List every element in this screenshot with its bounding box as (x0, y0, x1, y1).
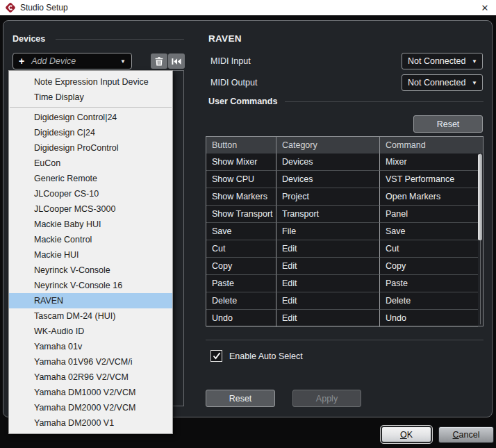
trash-icon (155, 57, 163, 66)
close-icon: ✕ (481, 3, 489, 13)
window-title: Studio Setup (20, 0, 68, 15)
table-cell[interactable]: Cut (380, 240, 478, 258)
table-cell[interactable]: Copy (206, 258, 276, 275)
table-cell[interactable]: Edit (276, 292, 380, 310)
table-cell[interactable]: Show Markers (206, 188, 276, 206)
device-menu-item[interactable]: Mackie Control (9, 232, 172, 247)
table-cell[interactable]: Paste (206, 275, 276, 292)
table-row[interactable]: PasteEditPaste (206, 275, 478, 292)
midi-input-value: Not Connected (408, 56, 465, 66)
user-commands-section-title: User Commands (208, 97, 277, 106)
scrollbar-thumb[interactable] (478, 154, 482, 240)
device-menu-item[interactable]: JLCooper MCS-3000 (9, 201, 172, 217)
table-cell[interactable]: Devices (276, 154, 380, 171)
table-cell[interactable]: Edit (276, 275, 380, 292)
table-cell[interactable]: Save (380, 223, 478, 240)
midi-input-select[interactable]: Not Connected ▼ (402, 53, 483, 69)
device-menu-item[interactable]: Mackie Baby HUI (9, 217, 172, 232)
table-row[interactable]: CopyEditCopy (206, 258, 478, 275)
enable-auto-select-checkbox[interactable] (210, 350, 222, 362)
table-cell[interactable]: Devices (276, 171, 380, 188)
table-header-cell: Category (276, 137, 380, 154)
table-row[interactable]: SaveFileSave (206, 223, 478, 240)
table-cell[interactable]: Edit (276, 240, 380, 258)
device-menu-item[interactable]: WK-Audio ID (9, 324, 172, 339)
table-cell[interactable]: Panel (380, 206, 478, 223)
menu-separator (10, 107, 172, 108)
midi-output-select[interactable]: Not Connected ▼ (402, 74, 483, 91)
table-bottom-divider (206, 340, 483, 340)
table-cell[interactable]: VST Performance (380, 171, 478, 188)
device-menu-item[interactable]: Digidesign C|24 (9, 125, 172, 140)
cubase-app-icon (5, 2, 16, 13)
device-menu-item[interactable]: EuCon (9, 156, 172, 171)
table-cell[interactable]: Undo (380, 310, 478, 327)
devices-section-title: Devices (13, 34, 45, 44)
device-menu-item[interactable]: JLCooper CS-10 (9, 186, 172, 201)
device-menu-item[interactable]: Yamaha DM1000 V2/VCM (9, 385, 172, 400)
table-cell[interactable]: Project (276, 188, 380, 206)
table-row[interactable]: Show MixerDevicesMixer (206, 154, 478, 171)
delete-device-button[interactable] (151, 53, 167, 69)
apply-button[interactable]: Apply (292, 390, 361, 407)
table-row[interactable]: UndoEditUndo (206, 310, 478, 327)
table-header-cell: Button (206, 137, 276, 154)
table-cell[interactable]: Paste (380, 275, 478, 292)
add-device-dropdown[interactable]: + Add Device ▼ (13, 53, 132, 69)
user-commands-reset-button[interactable]: Reset (413, 115, 483, 133)
table-cell[interactable]: Cut (206, 240, 276, 258)
table-cell[interactable]: Delete (206, 292, 276, 310)
table-cell[interactable]: Undo (206, 310, 276, 327)
table-cell[interactable]: Save (206, 223, 276, 240)
cancel-button-label: Cancel (453, 430, 480, 440)
table-cell[interactable]: Show Mixer (206, 154, 276, 171)
cancel-button[interactable]: Cancel (438, 426, 494, 443)
skip-to-start-icon (172, 58, 181, 65)
plus-icon: + (19, 56, 24, 67)
device-menu-item[interactable]: Yamaha 02R96 V2/VCM (9, 370, 172, 385)
ok-button-label: OK (400, 430, 413, 440)
table-cell[interactable]: Transport (276, 206, 380, 223)
reset-button[interactable]: Reset (206, 390, 275, 407)
close-button[interactable]: ✕ (477, 0, 493, 15)
table-row[interactable]: DeleteEditDelete (206, 292, 478, 310)
table-cell[interactable]: Copy (380, 258, 478, 275)
device-menu-item[interactable]: Digidesign Control|24 (9, 110, 172, 125)
table-cell[interactable]: Edit (276, 310, 380, 327)
device-menu-item[interactable]: Neyrinck V-Console 16 (9, 278, 172, 293)
table-row[interactable]: Show TransportTransportPanel (206, 206, 478, 223)
ok-button[interactable]: OK (380, 425, 433, 444)
skip-to-start-button[interactable] (168, 53, 185, 69)
table-cell[interactable]: Open Markers (380, 188, 478, 206)
table-cell[interactable]: Show CPU (206, 171, 276, 188)
device-menu-item[interactable]: Tascam DM-24 (HUI) (9, 308, 172, 324)
table-scrollbar[interactable] (478, 154, 483, 326)
table-cell[interactable]: Delete (380, 292, 478, 310)
table-cell[interactable]: Edit (276, 258, 380, 275)
device-menu-item[interactable]: Neyrinck V-Console (9, 263, 172, 278)
table-cell[interactable]: File (276, 223, 380, 240)
table-row[interactable]: CutEditCut (206, 240, 478, 258)
window-titlebar: Studio Setup ✕ (0, 0, 496, 15)
table-cell[interactable]: Mixer (380, 154, 478, 171)
add-device-label: Add Device (31, 56, 76, 66)
device-menu-item[interactable]: Generic Remote (9, 171, 172, 186)
device-menu-item[interactable]: Yamaha DM2000 V2/VCM (9, 400, 172, 415)
device-menu-item[interactable]: Digidesign ProControl (9, 140, 172, 156)
table-row[interactable]: Show MarkersProjectOpen Markers (206, 188, 478, 206)
table-header-cell: Command (380, 137, 483, 154)
device-menu-item[interactable]: Yamaha 01V96 V2/VCM/i (9, 354, 172, 370)
device-menu-item[interactable]: RAVEN (9, 293, 172, 308)
table-row[interactable]: Show CPUDevicesVST Performance (206, 171, 478, 188)
device-menu: Note Expression Input DeviceTime Display… (8, 70, 173, 434)
device-menu-item[interactable]: Yamaha 01v (9, 339, 172, 354)
dropdown-arrow-icon: ▼ (472, 80, 477, 86)
device-menu-item[interactable]: Note Expression Input Device (9, 74, 172, 90)
devices-section-divider (56, 39, 184, 40)
device-menu-item[interactable]: Time Display (9, 90, 172, 105)
table-body: Show MixerDevicesMixerShow CPUDevicesVST… (206, 154, 478, 326)
table-cell[interactable]: Show Transport (206, 206, 276, 223)
device-menu-item[interactable]: Yamaha DM2000 V1 (9, 415, 172, 431)
device-menu-item[interactable]: Mackie HUI (9, 247, 172, 263)
table-header-row: ButtonCategoryCommand (206, 137, 483, 154)
